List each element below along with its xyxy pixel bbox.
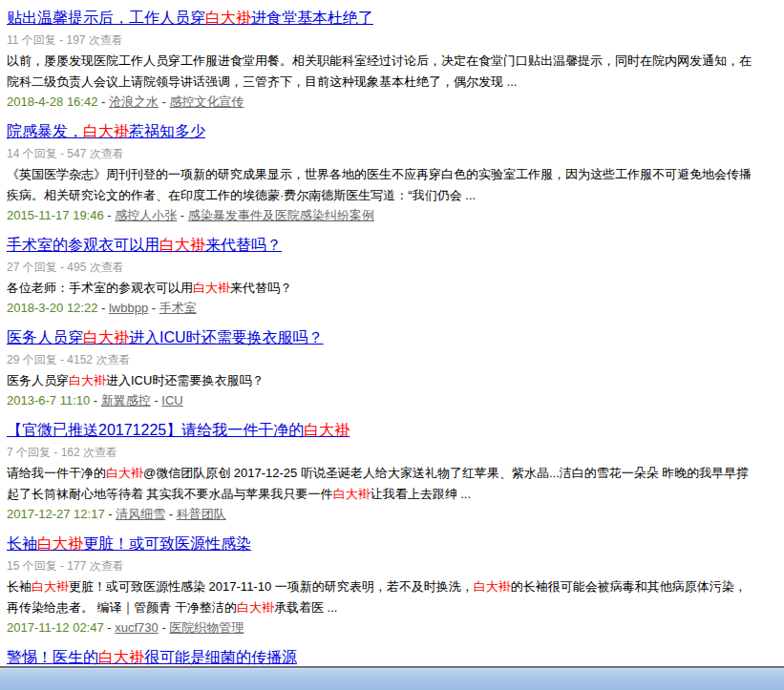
search-result-item: 长袖白大褂更脏！或可致医源性感染 15 个回复 - 177 次查看 长袖白大褂更… bbox=[7, 533, 754, 636]
highlight-term: 白大褂 bbox=[32, 579, 69, 594]
search-result-item: 手术室的参观衣可以用白大褂来代替吗？ 27 个回复 - 495 次查看 各位老师… bbox=[7, 235, 754, 316]
horizontal-scrollbar[interactable] bbox=[0, 665, 784, 690]
meta-separator: - bbox=[151, 393, 162, 408]
result-snippet: 医务人员穿白大褂进入ICU时还需要换衣服吗？ bbox=[7, 370, 754, 391]
author-link[interactable]: xucf730 bbox=[115, 620, 159, 635]
text-part: 惹祸知多少 bbox=[129, 123, 205, 139]
forum-link[interactable]: ICU bbox=[161, 393, 182, 408]
highlight-term: 白大褂 bbox=[106, 466, 143, 480]
highlight-term: 白大褂 bbox=[83, 329, 129, 345]
search-result-item: 医务人员穿白大褂进入ICU时还需要换衣服吗？ 29 个回复 - 4152 次查看… bbox=[7, 327, 754, 408]
result-snippet: 《英国医学杂志》周刊刊登的一项新的研究成果显示，世界各地的医生不应再穿白色的实验… bbox=[7, 164, 754, 206]
result-title: 手术室的参观衣可以用白大褂来代替吗？ bbox=[7, 235, 754, 256]
text-part: 贴出温馨提示后，工作人员穿 bbox=[7, 10, 205, 26]
result-title-link[interactable]: 医务人员穿白大褂进入ICU时还需要换衣服吗？ bbox=[7, 329, 324, 345]
meta-separator: - bbox=[97, 94, 109, 109]
result-meta: 2017-12-27 12:17 - 清风细雪 - 科普团队 bbox=[7, 506, 754, 522]
text-part: 更脏！或可致医源性感染 bbox=[83, 535, 251, 552]
text-part: 进入ICU时还需要换衣服吗？ bbox=[129, 329, 324, 345]
highlight-term: 白大褂 bbox=[237, 600, 274, 615]
result-meta: 2017-11-12 02:47 - xucf730 - 医院织物管理 bbox=[7, 619, 754, 636]
text-part: 很可能是细菌的传播源 bbox=[144, 649, 297, 665]
search-results-page: 贴出温馨提示后，工作人员穿白大褂进食堂基本杜绝了 11 个回复 - 197 次查… bbox=[0, 0, 764, 668]
author-link[interactable]: 感控人小张 bbox=[115, 208, 177, 222]
result-title: 贴出温馨提示后，工作人员穿白大褂进食堂基本杜绝了 bbox=[7, 8, 754, 29]
post-date: 2015-11-17 19:46 bbox=[7, 208, 104, 222]
result-title-link[interactable]: 手术室的参观衣可以用白大褂来代替吗？ bbox=[7, 237, 282, 253]
meta-separator: - bbox=[165, 507, 177, 521]
forum-link[interactable]: 科普团队 bbox=[177, 507, 226, 521]
highlight-term: 白大褂 bbox=[98, 649, 144, 665]
highlight-term: 白大褂 bbox=[304, 422, 350, 438]
search-result-item: 贴出温馨提示后，工作人员穿白大褂进食堂基本杜绝了 11 个回复 - 197 次查… bbox=[7, 8, 754, 110]
meta-separator: - bbox=[104, 620, 116, 635]
text-part: 院感暴发， bbox=[7, 123, 83, 139]
scrollbar-track[interactable] bbox=[0, 668, 784, 690]
reply-view-count: 11 个回复 - 197 次查看 bbox=[7, 32, 754, 49]
result-snippet: 以前，屡屡发现医院工作人员穿工作服进食堂用餐。相关职能科室经过讨论后，决定在食堂… bbox=[7, 51, 754, 93]
highlight-term: 白大褂 bbox=[193, 281, 230, 295]
post-date: 2013-6-7 11:10 bbox=[7, 393, 90, 408]
text-part: 更脏！或可致医源性感染 2017-11-10 一项新的研究表明，若不及时换洗， bbox=[69, 579, 474, 594]
reply-view-count: 29 个回复 - 4152 次查看 bbox=[7, 352, 754, 368]
meta-separator: - bbox=[159, 620, 170, 635]
text-part: 进食堂基本杜绝了 bbox=[251, 10, 373, 26]
result-meta: 2013-6-7 11:10 - 新翼感控 - ICU bbox=[7, 392, 754, 408]
highlight-term: 白大褂 bbox=[69, 373, 106, 387]
text-part: 进入ICU时还需要换衣服吗？ bbox=[106, 373, 264, 387]
text-part: 承载着医 ... bbox=[274, 600, 337, 615]
result-snippet: 各位老师：手术室的参观衣可以用白大褂来代替吗？ bbox=[7, 278, 754, 299]
post-date: 2017-11-12 02:47 bbox=[7, 620, 104, 635]
highlight-term: 白大褂 bbox=[37, 535, 83, 552]
forum-link[interactable]: 手术室 bbox=[159, 301, 197, 315]
post-date: 2018-3-20 12:22 bbox=[7, 301, 97, 315]
meta-separator: - bbox=[148, 301, 159, 315]
text-part: 【官微已推送20171225】请给我一件干净的 bbox=[7, 422, 304, 438]
meta-separator: - bbox=[177, 208, 188, 222]
forum-link[interactable]: 感控文化宣传 bbox=[170, 94, 244, 109]
meta-separator: - bbox=[97, 301, 109, 315]
search-result-item: 【官微已推送20171225】请给我一件干净的白大褂 7 个回复 - 162 次… bbox=[7, 420, 754, 522]
result-title-link[interactable]: 贴出温馨提示后，工作人员穿白大褂进食堂基本杜绝了 bbox=[7, 10, 373, 26]
search-result-item: 院感暴发，白大褂惹祸知多少 14 个回复 - 547 次查看 《英国医学杂志》周… bbox=[7, 121, 754, 223]
highlight-term: 白大褂 bbox=[333, 487, 371, 501]
result-meta: 2018-3-20 12:22 - lwbbpp - 手术室 bbox=[7, 300, 754, 316]
result-title-link[interactable]: 警惕！医生的白大褂很可能是细菌的传播源 bbox=[7, 649, 297, 665]
text-part: 长袖 bbox=[7, 579, 32, 594]
meta-separator: - bbox=[90, 393, 101, 408]
result-snippet: 长袖白大褂更脏！或可致医源性感染 2017-11-10 一项新的研究表明，若不及… bbox=[7, 576, 754, 618]
forum-link[interactable]: 感染暴发事件及医院感染纠纷案例 bbox=[188, 208, 374, 222]
post-date: 2017-12-27 12:17 bbox=[7, 507, 105, 521]
author-link[interactable]: 沧浪之水 bbox=[109, 94, 159, 109]
result-title: 长袖白大褂更脏！或可致医源性感染 bbox=[7, 533, 754, 554]
text-part: 来代替吗？ bbox=[230, 281, 292, 295]
post-date: 2018-4-28 16:42 bbox=[7, 94, 97, 109]
text-part: 手术室的参观衣可以用 bbox=[7, 237, 159, 253]
result-title-link[interactable]: 长袖白大褂更脏！或可致医源性感染 bbox=[7, 535, 251, 552]
author-link[interactable]: 新翼感控 bbox=[101, 393, 151, 408]
meta-separator: - bbox=[159, 94, 170, 109]
text-part: 长袖 bbox=[7, 535, 37, 552]
result-meta: 2015-11-17 19:46 - 感控人小张 - 感染暴发事件及医院感染纠纷… bbox=[7, 207, 754, 223]
author-link[interactable]: lwbbpp bbox=[109, 301, 148, 315]
result-title-link[interactable]: 院感暴发，白大褂惹祸知多少 bbox=[7, 123, 205, 139]
text-part: 以前，屡屡发现医院工作人员穿工作服进食堂用餐。相关职能科室经过讨论后，决定在食堂… bbox=[7, 53, 752, 89]
text-part: 医务人员穿 bbox=[7, 373, 69, 387]
text-part: 医务人员穿 bbox=[7, 329, 83, 345]
text-part: 各位老师：手术室的参观衣可以用 bbox=[7, 281, 193, 295]
highlight-term: 白大褂 bbox=[474, 579, 511, 594]
text-part: 请给我一件干净的 bbox=[7, 466, 106, 480]
result-title-link[interactable]: 【官微已推送20171225】请给我一件干净的白大褂 bbox=[7, 422, 350, 438]
search-results-list: 贴出温馨提示后，工作人员穿白大褂进食堂基本杜绝了 11 个回复 - 197 次查… bbox=[7, 8, 754, 668]
result-title: 【官微已推送20171225】请给我一件干净的白大褂 bbox=[7, 420, 754, 441]
result-title: 医务人员穿白大褂进入ICU时还需要换衣服吗？ bbox=[7, 327, 754, 348]
text-part: 让我看上去跟绅 ... bbox=[371, 487, 471, 501]
meta-separator: - bbox=[104, 208, 116, 222]
author-link[interactable]: 清风细雪 bbox=[116, 507, 165, 521]
text-part: 警惕！医生的 bbox=[7, 649, 98, 665]
forum-link[interactable]: 医院织物管理 bbox=[169, 620, 244, 635]
highlight-term: 白大褂 bbox=[83, 123, 129, 139]
result-meta: 2018-4-28 16:42 - 沧浪之水 - 感控文化宣传 bbox=[7, 94, 754, 110]
result-snippet: 请给我一件干净的白大褂@微信团队原创 2017-12-25 听说圣诞老人给大家送… bbox=[7, 463, 754, 505]
reply-view-count: 15 个回复 - 177 次查看 bbox=[7, 558, 754, 575]
